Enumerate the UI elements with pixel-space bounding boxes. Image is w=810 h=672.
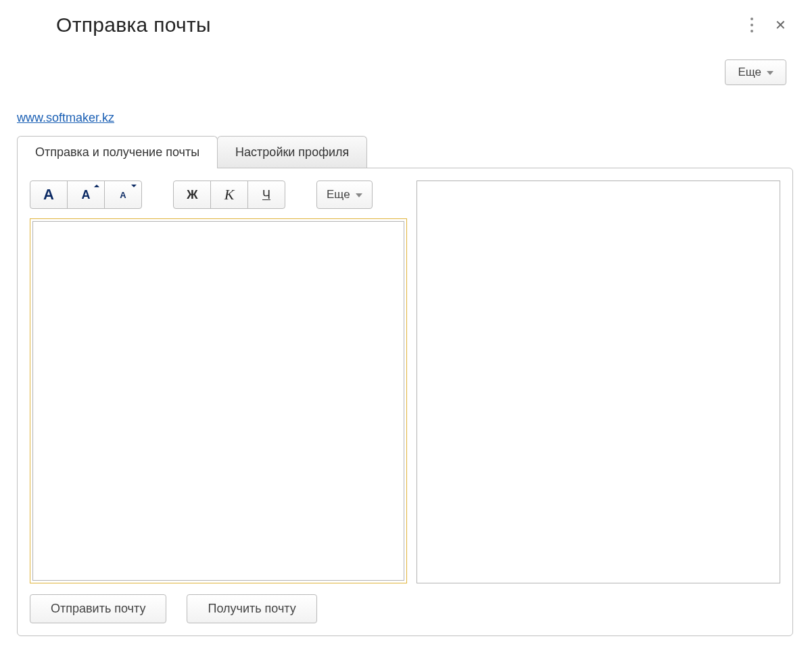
message-editor[interactable] [32, 221, 404, 581]
preview-frame [416, 181, 780, 583]
font-large-icon: А [43, 186, 54, 203]
tab-bar: Отправка и получение почты Настройки про… [17, 136, 793, 168]
site-link[interactable]: www.softmaker.kz [17, 111, 114, 125]
toolbar-more-button[interactable]: Еще [316, 181, 373, 209]
font-mid-icon: А [82, 188, 91, 202]
title-controls: ✕ [748, 15, 786, 35]
preview-area[interactable] [417, 181, 780, 583]
editor-toolbar: А А А [30, 181, 407, 209]
font-style-group: Ж К Ч [173, 181, 285, 209]
mail-window: Отправка почты ✕ Еще www.softmaker.kz От… [0, 0, 810, 650]
toolbar-more-label: Еще [327, 188, 350, 201]
font-small-icon: А [120, 190, 126, 200]
caret-down-icon [131, 185, 137, 187]
italic-icon: К [224, 186, 235, 203]
italic-button[interactable]: К [210, 181, 248, 209]
tab-profile-settings[interactable]: Настройки профиля [217, 136, 367, 168]
header-more-label: Еще [738, 66, 761, 79]
bold-button[interactable]: Ж [173, 181, 211, 209]
send-mail-button[interactable]: Отправить почту [30, 594, 166, 623]
tab-profile-settings-label: Настройки профиля [235, 145, 349, 159]
tab-block: Отправка и получение почты Настройки про… [17, 136, 793, 636]
font-size-group: А А А [30, 181, 142, 209]
underline-icon: Ч [262, 188, 270, 202]
font-decrease-button[interactable]: А [104, 181, 142, 209]
title-bar: Отправка почты ✕ [17, 14, 793, 37]
left-pane: А А А [30, 181, 407, 623]
font-large-button[interactable]: А [30, 181, 68, 209]
tab-content: А А А [17, 168, 793, 636]
caret-up-icon [94, 185, 99, 187]
chevron-down-icon [356, 193, 362, 197]
tab-send-receive[interactable]: Отправка и получение почты [17, 136, 218, 168]
right-pane [416, 181, 780, 623]
tab-send-receive-label: Отправка и получение почты [35, 145, 199, 159]
bottom-buttons: Отправить почту Получить почту [30, 594, 407, 623]
font-increase-button[interactable]: А [67, 181, 105, 209]
header-more-button[interactable]: Еще [725, 59, 786, 85]
receive-mail-button[interactable]: Получить почту [187, 594, 316, 623]
window-title: Отправка почты [56, 14, 211, 37]
editor-row: А А А [30, 181, 780, 623]
kebab-menu-icon[interactable] [748, 15, 756, 35]
editor-frame [30, 218, 407, 583]
bold-icon: Ж [187, 188, 197, 202]
underline-button[interactable]: Ч [247, 181, 285, 209]
chevron-down-icon [767, 71, 773, 75]
close-icon[interactable]: ✕ [775, 18, 786, 32]
header-actions: Еще [17, 59, 793, 85]
